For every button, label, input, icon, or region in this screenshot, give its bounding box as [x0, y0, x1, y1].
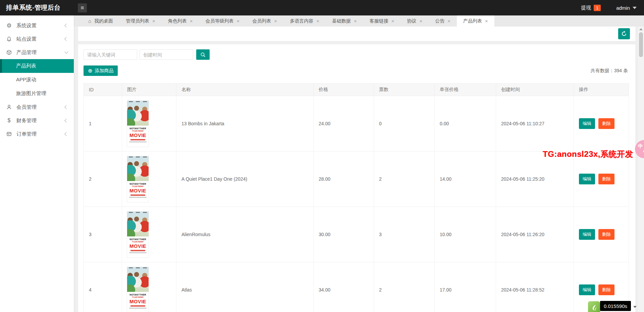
- sidebar-subitem-travel-images[interactable]: 旅游图片管理: [0, 87, 74, 100]
- tab-product-list-tab[interactable]: 产品列表×: [457, 15, 494, 27]
- row-action-buttons: 编辑删除: [579, 174, 624, 184]
- poster-fineprint-bar: [129, 308, 147, 309]
- tab-close-icon[interactable]: ×: [237, 18, 240, 24]
- chevron-left-icon: [64, 119, 68, 122]
- thinkphp-logo-icon[interactable]: [588, 301, 600, 312]
- tab-close-icon[interactable]: ×: [419, 18, 422, 24]
- hamburger-menu-button[interactable]: ≡: [78, 3, 87, 12]
- sidebar-item-finance-manage[interactable]: $财务管理: [0, 114, 74, 127]
- edit-button[interactable]: 编辑: [579, 118, 595, 129]
- tab-close-icon[interactable]: ×: [391, 18, 394, 24]
- tab-close-icon[interactable]: ×: [152, 18, 155, 24]
- row-action-buttons: 编辑删除: [579, 284, 624, 295]
- sidebar-subitem-app-scroll[interactable]: APP滚动: [0, 73, 74, 87]
- chevron-left-icon: [64, 105, 68, 109]
- refresh-button[interactable]: [618, 28, 630, 39]
- debug-trace-bar[interactable]: 0.015590s: [588, 301, 637, 312]
- sidebar-item-system-settings[interactable]: ⚙系统设置: [0, 19, 74, 32]
- poster-credits: [127, 101, 149, 102]
- delete-button[interactable]: 删除: [598, 118, 614, 129]
- tab-close-icon[interactable]: ×: [485, 18, 488, 24]
- poster-photo-area: [127, 267, 149, 292]
- tab-bar: ⌂我的桌面管理员列表×角色列表×会员等级列表×会员列表×多语言内容×基础数据×客…: [74, 15, 644, 27]
- edit-button[interactable]: 编辑: [579, 174, 595, 184]
- poster-title-line: NOTAN?THER: [127, 127, 149, 130]
- movie-poster-image: NOTAN?THERTYLER PERRYMOVIE: [127, 212, 149, 258]
- row-price: 30.00: [314, 207, 374, 262]
- edit-button[interactable]: 编辑: [579, 229, 595, 240]
- sidebar-subitem-product-list[interactable]: 产品列表: [0, 59, 74, 73]
- tab-label: 基础数据: [332, 18, 351, 24]
- tab-member-level-list[interactable]: 会员等级列表×: [199, 15, 246, 27]
- withdraw-menu-item[interactable]: 提现 1: [581, 5, 601, 11]
- poster-movie-line: MOVIE: [127, 299, 149, 304]
- row-id: 2: [84, 151, 122, 207]
- row-id: 4: [84, 262, 122, 312]
- row-created-at: 2024-05-06 11:26:20: [496, 207, 574, 262]
- sidebar-item-label: 产品管理: [16, 49, 37, 56]
- tab-base-data[interactable]: 基础数据×: [326, 15, 363, 27]
- vertical-scrollbar[interactable]: [638, 27, 644, 312]
- tab-close-icon[interactable]: ×: [447, 18, 450, 24]
- sidebar-item-site-settings[interactable]: 站点设置: [0, 32, 74, 46]
- column-header: ID: [84, 84, 122, 96]
- tab-role-list[interactable]: 角色列表×: [162, 15, 199, 27]
- sidebar-item-member-manage[interactable]: 会员管理: [0, 100, 74, 114]
- tab-service-link[interactable]: 客服链接×: [363, 15, 401, 27]
- delete-button[interactable]: 删除: [598, 229, 614, 240]
- row-image: NOTAN?THERTYLER PERRYMOVIE: [122, 262, 176, 312]
- scrollbar-up-arrow-icon[interactable]: [639, 28, 643, 30]
- poster-movie-line: MOVIE: [127, 188, 149, 193]
- tab-close-icon[interactable]: ×: [354, 18, 357, 24]
- row-tickets: 2: [374, 262, 435, 312]
- home-icon: ⌂: [88, 18, 91, 24]
- scrollbar-thumb[interactable]: [639, 32, 643, 57]
- chevron-left-icon: [64, 37, 68, 41]
- sidebar-subitem-label: 产品列表: [16, 63, 36, 69]
- table-header-row: ID图片名称价格票数单张价格创建时间操作: [84, 84, 629, 96]
- add-product-button[interactable]: ⊕ 添加商品: [84, 65, 118, 76]
- poster-credits: [127, 212, 149, 213]
- delete-button[interactable]: 删除: [598, 284, 614, 295]
- tab-admin-list[interactable]: 管理员列表×: [119, 15, 162, 27]
- tab-agreement[interactable]: 协议×: [400, 15, 429, 27]
- poster-red-bar: [130, 305, 145, 307]
- poster-fineprint-bar: [129, 252, 147, 253]
- delete-button[interactable]: 删除: [598, 174, 614, 184]
- debug-collapse-caret-icon[interactable]: [633, 306, 637, 308]
- table-row: 4NOTAN?THERTYLER PERRYMOVIEAtlas34.00217…: [84, 262, 629, 312]
- app-header: 排单系统-管理后台 ≡ 提现 1 admin: [0, 0, 644, 15]
- poster-red-bar: [130, 250, 145, 251]
- tab-my-desktop[interactable]: ⌂我的桌面: [82, 15, 119, 27]
- sidebar-item-product-manage[interactable]: 产品管理: [0, 46, 74, 59]
- search-button[interactable]: [196, 49, 210, 60]
- movie-poster-image: NOTAN?THERTYLER PERRYMOVIE: [127, 267, 149, 312]
- edit-button[interactable]: 编辑: [579, 284, 595, 295]
- poster-fineprint-bar: [129, 197, 147, 198]
- content-area: ⊕ 添加商品 共有数据：394 条 ID图片名称价格票数单张价格创建时间操作 1…: [74, 27, 638, 312]
- tab-label: 多语言内容: [290, 18, 313, 24]
- add-product-label: 添加商品: [95, 68, 113, 74]
- refresh-icon: [621, 31, 627, 37]
- app-title: 排单系统-管理后台: [6, 0, 61, 15]
- action-row: ⊕ 添加商品 共有数据：394 条: [84, 65, 628, 76]
- chevron-left-icon: [64, 24, 68, 27]
- sidebar-item-label: 系统设置: [16, 23, 37, 29]
- sidebar-item-order-manage[interactable]: 订单管理: [0, 127, 74, 141]
- header-right: 提现 1 admin: [581, 0, 637, 15]
- tab-multilang-content[interactable]: 多语言内容×: [283, 15, 326, 27]
- tab-close-icon[interactable]: ×: [316, 18, 319, 24]
- plus-circle-icon: ⊕: [88, 68, 92, 74]
- create-time-input[interactable]: [140, 49, 193, 60]
- tab-close-icon[interactable]: ×: [274, 18, 277, 24]
- keyword-input[interactable]: [84, 49, 137, 60]
- row-image: NOTAN?THERTYLER PERRYMOVIE: [122, 151, 176, 207]
- row-price: 34.00: [314, 262, 374, 312]
- tab-member-list[interactable]: 会员列表×: [246, 15, 283, 27]
- tab-announcement[interactable]: 公告×: [429, 15, 457, 27]
- poster-subtitle-line: TYLER PERRY: [127, 130, 149, 132]
- row-created-at: 2024-05-06 11:10:27: [496, 96, 574, 151]
- tab-close-icon[interactable]: ×: [190, 18, 193, 24]
- column-header: 操作: [574, 84, 629, 96]
- user-menu[interactable]: admin: [616, 5, 637, 11]
